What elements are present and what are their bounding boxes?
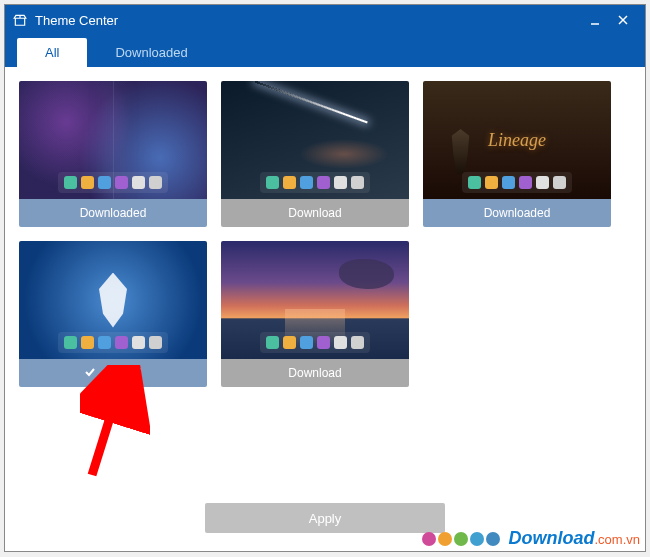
theme-status-label: Downloaded <box>19 199 207 227</box>
apply-button[interactable]: Apply <box>205 503 445 533</box>
dock-icons <box>462 172 572 193</box>
theme-card-comet[interactable]: Download <box>221 81 409 227</box>
theme-center-window: Theme Center All Downloaded Downloaded <box>4 4 646 552</box>
dock-icons <box>260 172 370 193</box>
theme-grid: Downloaded Download Lineage Downloaded <box>19 81 631 387</box>
theme-status-label: Downloaded <box>423 199 611 227</box>
theme-card-lineage[interactable]: Lineage Downloaded <box>423 81 611 227</box>
theme-status-label: Download <box>221 359 409 387</box>
window-title: Theme Center <box>35 13 118 28</box>
dock-icons <box>58 172 168 193</box>
feather-graphic <box>93 273 133 328</box>
theme-thumbnail <box>19 81 207 199</box>
theme-thumbnail <box>19 241 207 359</box>
theme-status-label: Download <box>221 199 409 227</box>
close-button[interactable] <box>609 5 637 35</box>
theme-icon <box>13 13 27 27</box>
tab-bar: All Downloaded <box>5 35 645 67</box>
theme-grid-area: Downloaded Download Lineage Downloaded <box>5 67 645 489</box>
applied-text: Applied <box>101 366 141 380</box>
theme-thumbnail <box>221 81 409 199</box>
check-icon <box>84 366 96 381</box>
theme-thumbnail <box>221 241 409 359</box>
theme-card-space[interactable]: Downloaded <box>19 81 207 227</box>
titlebar: Theme Center <box>5 5 645 35</box>
tab-downloaded[interactable]: Downloaded <box>87 38 215 67</box>
tab-all[interactable]: All <box>17 38 87 67</box>
theme-card-sunset[interactable]: Download <box>221 241 409 387</box>
dock-icons <box>260 332 370 353</box>
theme-card-feather[interactable]: Applied <box>19 241 207 387</box>
lineage-logo-text: Lineage <box>488 130 546 151</box>
theme-thumbnail: Lineage <box>423 81 611 199</box>
theme-status-label: Applied <box>19 359 207 387</box>
footer: Apply <box>5 489 645 551</box>
minimize-button[interactable] <box>581 5 609 35</box>
dock-icons <box>58 332 168 353</box>
